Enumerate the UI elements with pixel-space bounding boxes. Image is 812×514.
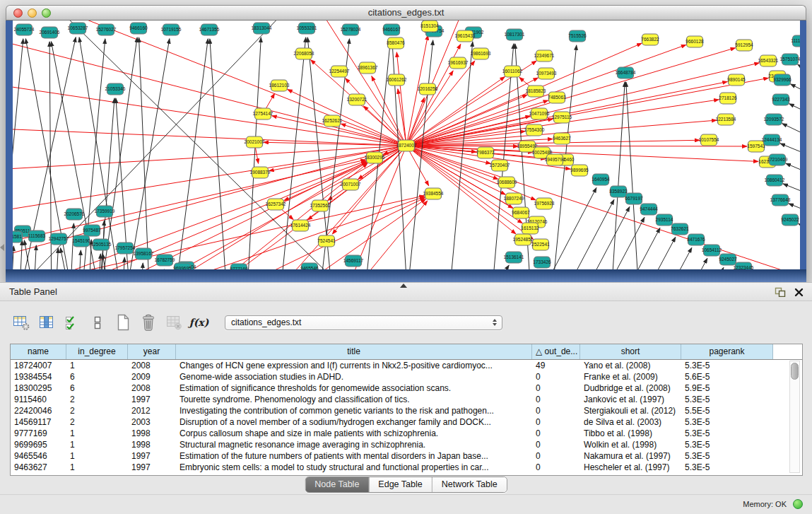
close-panel-icon[interactable]: [794, 288, 804, 297]
table-cell[interactable]: 9699695: [11, 439, 66, 450]
table-cell[interactable]: 9463627: [11, 462, 66, 473]
table-cell[interactable]: Nakamura et al. (1997): [580, 450, 681, 462]
table-cell[interactable]: Wolkin et al. (1998): [580, 439, 681, 450]
tab-edge-table[interactable]: Edge Table: [368, 477, 431, 492]
table-cell[interactable]: Estimation of the future numbers of pati…: [176, 450, 532, 462]
table-cell[interactable]: 2003: [128, 416, 176, 428]
table-cell[interactable]: 0: [532, 462, 580, 473]
table-cell[interactable]: 5.9E-5: [681, 382, 773, 394]
table-row[interactable]: 969969511998Structural magnetic resonanc…: [11, 439, 802, 450]
network-canvas[interactable]: 2405572420691406106532871527602794661601…: [13, 21, 800, 269]
minimize-window-button[interactable]: [28, 8, 37, 18]
table-cell[interactable]: 5.3E-5: [681, 462, 773, 473]
table-cell[interactable]: 1997: [128, 450, 176, 462]
table-cell[interactable]: 5.3E-5: [681, 428, 773, 439]
column-header-short[interactable]: short: [580, 344, 681, 359]
trash-icon[interactable]: [139, 313, 158, 332]
table-cell[interactable]: Investigating the contribution of common…: [176, 405, 532, 416]
table-settings-icon[interactable]: [11, 313, 30, 332]
float-panel-icon[interactable]: [775, 287, 786, 297]
table-cell[interactable]: 19384554: [11, 371, 66, 382]
table-cell[interactable]: Embryonic stem cells: a model to study s…: [176, 462, 532, 473]
table-cell[interactable]: 0: [532, 405, 580, 416]
table-row[interactable]: 1456911722003Disruption of a novel membe…: [11, 416, 802, 428]
column-header-pagerank[interactable]: pagerank: [681, 344, 773, 359]
table-cell[interactable]: Franke et al. (2009): [580, 371, 681, 382]
table-cell[interactable]: 0: [532, 416, 580, 428]
close-window-button[interactable]: [13, 8, 23, 18]
table-cell[interactable]: Genome-wide association studies in ADHD.: [176, 371, 532, 382]
table-cell[interactable]: 0: [532, 371, 580, 382]
table-cell[interactable]: Dudbridge et al. (2008): [580, 382, 681, 394]
table-cell[interactable]: 0: [532, 428, 580, 439]
tab-network-table[interactable]: Network Table: [432, 477, 507, 492]
table-selector-dropdown[interactable]: citations_edges.txt: [225, 315, 502, 330]
table-cell[interactable]: Structural magnetic resonance image aver…: [176, 439, 532, 450]
column-header-in_degree[interactable]: in_degree: [66, 344, 128, 359]
table-cell[interactable]: 2009: [128, 371, 176, 382]
table-cell[interactable]: 2008: [128, 360, 176, 371]
table-cell[interactable]: 1: [66, 450, 128, 462]
table-row[interactable]: 2242004622012Investigating the contribut…: [11, 405, 802, 416]
table-cell[interactable]: de Silva et al. (2003): [580, 416, 681, 428]
table-cell[interactable]: Hescheler et al. (1997): [580, 462, 681, 473]
table-cell[interactable]: 5.5E-5: [681, 405, 773, 416]
table-row[interactable]: 1830029562008Estimation of significance …: [11, 382, 802, 394]
table-cell[interactable]: Yano et al. (2008): [580, 360, 681, 371]
table-cell[interactable]: 5.3E-5: [681, 450, 773, 462]
new-document-icon[interactable]: [113, 313, 132, 332]
table-cell[interactable]: 5.6E-5: [681, 371, 773, 382]
table-cell[interactable]: Corpus callosum shape and size in male p…: [176, 428, 532, 439]
table-cell[interactable]: 14569117: [11, 416, 66, 428]
table-row[interactable]: 946554611997Estimation of the future num…: [11, 450, 802, 462]
table-cell[interactable]: 5.3E-5: [681, 360, 773, 371]
table-cell[interactable]: 1: [66, 428, 128, 439]
table-cell[interactable]: Disruption of a novel member of a sodium…: [176, 416, 532, 428]
table-cell[interactable]: 2012: [128, 405, 176, 416]
table-cell[interactable]: 9115460: [11, 394, 66, 405]
table-row[interactable]: 977716911998Corpus callosum shape and si…: [11, 428, 802, 439]
zoom-window-button[interactable]: [42, 8, 51, 18]
table-cell[interactable]: 0: [532, 394, 580, 405]
column-header-out_de[interactable]: △ out_de...: [532, 344, 580, 359]
table-cell[interactable]: 5.3E-5: [681, 394, 773, 405]
table-row[interactable]: 1872400712008Changes of HCN gene express…: [11, 360, 802, 371]
table-cell[interactable]: 1998: [128, 439, 176, 450]
table-cell[interactable]: 22420046: [11, 405, 66, 416]
table-cell[interactable]: 2: [66, 394, 128, 405]
table-cell[interactable]: 18300295: [11, 382, 66, 394]
table-cell[interactable]: 0: [532, 382, 580, 394]
table-cell[interactable]: 6: [66, 382, 128, 394]
table-cell[interactable]: 49: [532, 360, 580, 371]
table-cell[interactable]: 1: [66, 462, 128, 473]
table-row[interactable]: 911546021997Tourette syndrome. Phenomeno…: [11, 394, 802, 405]
table-cell[interactable]: 2: [66, 416, 128, 428]
table-cell[interactable]: Changes of HCN gene expression and I(f) …: [176, 360, 532, 371]
table-cell[interactable]: Stergiakouli et al. (2012): [580, 405, 681, 416]
table-cell[interactable]: 9465546: [11, 450, 66, 462]
table-cell[interactable]: Tourette syndrome. Phenomenology and cla…: [176, 394, 532, 405]
table-cell[interactable]: 1: [66, 360, 128, 371]
column-header-name[interactable]: name: [11, 344, 66, 359]
column-header-title[interactable]: title: [176, 344, 532, 359]
tab-node-table[interactable]: Node Table: [305, 477, 368, 492]
table-cell[interactable]: 1997: [128, 394, 176, 405]
column-checklist-icon[interactable]: [62, 313, 81, 332]
table-cell[interactable]: Tibbo et al. (1998): [580, 428, 681, 439]
table-cell[interactable]: 0: [532, 439, 580, 450]
collapse-panel-arrow-icon[interactable]: [0, 244, 4, 251]
window-titlebar[interactable]: citations_edges.txt: [6, 5, 806, 21]
column-edit-icon[interactable]: [37, 313, 56, 332]
table-row[interactable]: 1938455462009Genome-wide association stu…: [11, 371, 802, 382]
table-row[interactable]: 946362711997Embryonic stem cells: a mode…: [11, 462, 802, 473]
table-cell[interactable]: 18724007: [11, 360, 66, 371]
table-cell[interactable]: 1: [66, 439, 128, 450]
split-pane-handle-icon[interactable]: [400, 284, 407, 288]
table-cell[interactable]: 0: [532, 450, 580, 462]
row-height-icon[interactable]: [88, 313, 107, 332]
column-header-year[interactable]: year: [128, 344, 176, 359]
function-builder-icon[interactable]: ƒ(x): [189, 313, 208, 332]
table-cell[interactable]: Estimation of significance thresholds fo…: [176, 382, 532, 394]
table-cell[interactable]: 5.3E-5: [681, 439, 773, 450]
table-cell[interactable]: 5.3E-5: [681, 416, 773, 428]
